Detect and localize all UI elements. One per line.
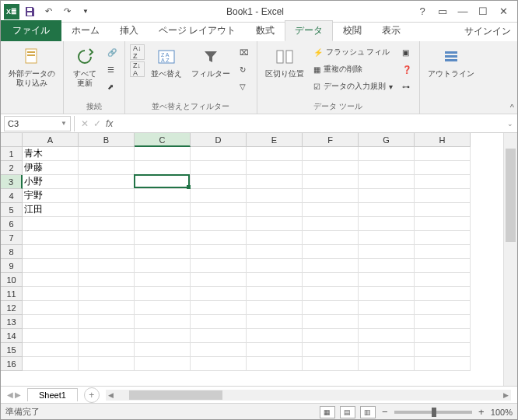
cell-C3[interactable] <box>135 175 191 189</box>
cell-D9[interactable] <box>191 259 247 273</box>
cell-E5[interactable] <box>247 203 303 217</box>
cell-H5[interactable] <box>415 203 471 217</box>
cell-C5[interactable] <box>135 203 191 217</box>
cell-E16[interactable] <box>247 357 303 371</box>
tab-home[interactable]: ホーム <box>61 20 110 41</box>
cell-H6[interactable] <box>415 217 471 231</box>
cell-B12[interactable] <box>79 301 135 315</box>
minimize-button[interactable]: — <box>453 4 472 19</box>
row-header-11[interactable]: 11 <box>1 287 23 301</box>
cell-E10[interactable] <box>247 273 303 287</box>
normal-view-button[interactable]: ▦ <box>320 406 335 418</box>
tab-insert[interactable]: 挿入 <box>110 20 149 41</box>
cell-G11[interactable] <box>359 287 415 301</box>
cell-D7[interactable] <box>191 231 247 245</box>
row-header-4[interactable]: 4 <box>1 189 23 203</box>
sort-desc-button[interactable]: Z↓A <box>130 61 145 77</box>
cell-G3[interactable] <box>359 175 415 189</box>
cell-E12[interactable] <box>247 301 303 315</box>
cell-C15[interactable] <box>135 343 191 357</box>
cancel-formula-button[interactable]: ✕ <box>81 118 89 129</box>
row-header-8[interactable]: 8 <box>1 245 23 259</box>
cell-B16[interactable] <box>79 357 135 371</box>
cell-A3[interactable]: 小野 <box>23 175 79 189</box>
cell-B9[interactable] <box>79 259 135 273</box>
cell-H8[interactable] <box>415 245 471 259</box>
cell-F7[interactable] <box>303 231 359 245</box>
cell-E11[interactable] <box>247 287 303 301</box>
reapply-button[interactable]: ↻ <box>236 61 252 77</box>
column-header-C[interactable]: C <box>135 133 191 147</box>
cell-H9[interactable] <box>415 259 471 273</box>
cell-B8[interactable] <box>79 245 135 259</box>
insert-function-button[interactable]: fx <box>106 118 113 129</box>
zoom-slider-handle[interactable] <box>432 408 436 417</box>
sheet-nav-next[interactable]: ▶ <box>15 390 21 399</box>
cell-E9[interactable] <box>247 259 303 273</box>
cell-A16[interactable] <box>23 357 79 371</box>
sign-in-link[interactable]: サインイン <box>458 22 517 41</box>
what-if-button[interactable]: ❓ <box>399 61 415 77</box>
page-layout-view-button[interactable]: ▤ <box>340 406 355 418</box>
relationships-button[interactable]: ⊶ <box>399 79 415 94</box>
hscroll-thumb[interactable] <box>129 390 222 400</box>
cell-B11[interactable] <box>79 287 135 301</box>
hscroll-right[interactable]: ▶ <box>500 390 511 401</box>
row-header-9[interactable]: 9 <box>1 259 23 273</box>
cell-B3[interactable] <box>79 175 135 189</box>
cell-F10[interactable] <box>303 273 359 287</box>
cell-H12[interactable] <box>415 301 471 315</box>
edit-links-button[interactable]: ⬈ <box>104 79 120 94</box>
name-box[interactable]: C3 ▼ <box>4 116 71 131</box>
cell-H10[interactable] <box>415 273 471 287</box>
cell-D2[interactable] <box>191 161 247 175</box>
cell-F9[interactable] <box>303 259 359 273</box>
row-header-16[interactable]: 16 <box>1 357 23 371</box>
tab-file[interactable]: ファイル <box>1 20 61 41</box>
column-header-B[interactable]: B <box>79 133 135 147</box>
row-header-1[interactable]: 1 <box>1 147 23 161</box>
cell-F15[interactable] <box>303 343 359 357</box>
cell-G7[interactable] <box>359 231 415 245</box>
tab-view[interactable]: 表示 <box>372 20 411 41</box>
cell-G6[interactable] <box>359 217 415 231</box>
cell-F5[interactable] <box>303 203 359 217</box>
cell-C10[interactable] <box>135 273 191 287</box>
ribbon-display-button[interactable]: ▭ <box>433 4 452 19</box>
cell-E7[interactable] <box>247 231 303 245</box>
cell-F13[interactable] <box>303 315 359 329</box>
cell-D3[interactable] <box>191 175 247 189</box>
cell-H3[interactable] <box>415 175 471 189</box>
vertical-scrollbar[interactable] <box>503 133 517 386</box>
refresh-all-button[interactable]: すべて 更新 <box>68 44 101 89</box>
column-header-G[interactable]: G <box>359 133 415 147</box>
properties-button[interactable]: ☰ <box>104 61 120 77</box>
cell-H1[interactable] <box>415 147 471 161</box>
advanced-filter-button[interactable]: ▽ <box>236 79 252 94</box>
cell-F14[interactable] <box>303 329 359 343</box>
row-header-5[interactable]: 5 <box>1 203 23 217</box>
consolidate-button[interactable]: ▣ <box>399 44 415 60</box>
cell-A14[interactable] <box>23 329 79 343</box>
row-header-12[interactable]: 12 <box>1 301 23 315</box>
cell-D12[interactable] <box>191 301 247 315</box>
cell-B6[interactable] <box>79 217 135 231</box>
cell-F16[interactable] <box>303 357 359 371</box>
cell-H4[interactable] <box>415 189 471 203</box>
data-validation-button[interactable]: ☑データの入力規則 ▾ <box>310 79 396 94</box>
cell-G5[interactable] <box>359 203 415 217</box>
cell-B2[interactable] <box>79 161 135 175</box>
select-all-corner[interactable] <box>1 133 23 147</box>
cell-G2[interactable] <box>359 161 415 175</box>
cell-E13[interactable] <box>247 315 303 329</box>
cell-G10[interactable] <box>359 273 415 287</box>
cell-H14[interactable] <box>415 329 471 343</box>
text-to-columns-button[interactable]: 区切り位置 <box>262 44 307 80</box>
sheet-nav-prev[interactable]: ◀ <box>7 390 13 399</box>
cell-D11[interactable] <box>191 287 247 301</box>
cell-H11[interactable] <box>415 287 471 301</box>
cell-A11[interactable] <box>23 287 79 301</box>
clear-filter-button[interactable]: ⌧ <box>236 44 252 60</box>
cell-H15[interactable] <box>415 343 471 357</box>
horizontal-scrollbar[interactable]: ◀ ▶ <box>106 390 511 401</box>
